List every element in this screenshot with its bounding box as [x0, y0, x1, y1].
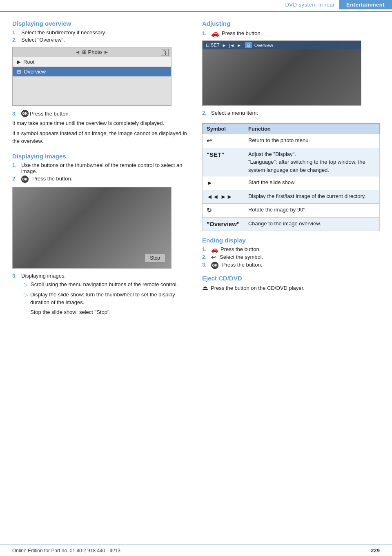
displaying-images-title: Displaying images — [12, 153, 190, 160]
list-item: 1. Use the buttons or the thumbwheel of … — [12, 162, 190, 174]
list-item: 2. Select "Overview". — [12, 37, 190, 43]
step-num: 1. — [202, 246, 209, 253]
file-browser-row-selected[interactable]: ⊞ Overview — [13, 67, 171, 77]
table-cell-function: Adjust the "Display". "Language": after … — [244, 148, 379, 176]
table-row: ↻Rotate the image by 90°. — [203, 204, 380, 218]
nav-arrow-left: ◄ — [75, 49, 80, 55]
stop-button[interactable]: Stop — [145, 254, 165, 262]
step-text: Press the button. — [222, 262, 262, 269]
footer-page: 229 — [371, 547, 380, 554]
table-cell-symbol: "Overview" — [203, 217, 244, 231]
page-footer: Online Edition for Part no. 01 40 2 918 … — [0, 545, 392, 556]
symbol-table: Symbol Function ↩Return to the photo men… — [202, 123, 380, 231]
toolbar-item: ⊡ — [245, 42, 252, 48]
toolbar-item: ► — [222, 43, 226, 48]
table-cell-function: Change to the image overview. — [244, 217, 379, 231]
adjusting-section: Adjusting 1. 🚗 Press the button. ⊟ SET ►… — [202, 20, 380, 116]
step-num: 2. — [202, 254, 209, 260]
table-row: "Overview"Change to the image overview. — [203, 217, 380, 231]
table-cell-symbol: ↩ — [203, 134, 244, 148]
row-icon: ⊞ — [17, 69, 21, 75]
sub-list: ▷ Scroll using the menu navigation butto… — [24, 280, 190, 316]
step3-row: 3. OK Press the button. — [12, 110, 190, 117]
step-num: 2. — [12, 176, 19, 183]
table-cell-function: Start the slide show. — [244, 176, 379, 190]
header-tab: Entertainment — [339, 0, 392, 9]
eject-section: Eject CD/DVD ⏏ Press the button on the C… — [202, 275, 380, 292]
adjusting-step2: 2. Select a menu item: — [202, 110, 380, 116]
row-label: Overview — [24, 69, 46, 75]
eject-text: Press the button on the CD/DVD player. — [211, 285, 305, 291]
step-num: 1. — [202, 30, 209, 36]
sub-bullet: ▷ — [24, 291, 28, 307]
table-cell-symbol: ↻ — [203, 204, 244, 218]
corner-icon: ⇅ — [161, 49, 169, 56]
list-item: 2. OK Press the button. — [12, 176, 190, 183]
ending-display-title: Ending display — [202, 237, 380, 244]
step-num: 1. — [12, 162, 19, 174]
ending-display-steps: 1. 🚗 Press the button. 2. ↩ Select the s… — [202, 246, 380, 269]
return-icon: ↩ — [211, 254, 216, 260]
step-text: Select the symbol. — [220, 254, 263, 260]
step-num: 2. — [12, 37, 19, 43]
toolbar-item: ►| — [237, 43, 243, 48]
ok-icon: OK — [211, 262, 218, 269]
file-browser: ◄ ⊞ Photo ► ⇅ ▶ Root ⊞ Overview — [12, 47, 172, 106]
table-row: ►Start the slide show. — [203, 176, 380, 190]
table-cell-symbol: ► — [203, 176, 244, 190]
step-num: 3. — [202, 262, 209, 269]
step3-images-row: 3. Displaying images: — [12, 273, 190, 279]
page-header: DVD system in rear Entertainment — [0, 0, 392, 12]
sub-text: Scroll using the menu navigation buttons… — [31, 280, 178, 289]
adjusting-image: ⊟ SET ► |◄ ►| ⊡ Overview — [202, 40, 361, 106]
list-item: 1. Select the subdirectory if necessary. — [12, 29, 190, 36]
list-item: 2. ↩ Select the symbol. — [202, 254, 380, 260]
header-section-label: DVD system in rear — [285, 2, 335, 8]
sub-text: Stop the slide show: select "Stop". — [30, 308, 111, 316]
file-icon: ⊞ — [82, 49, 87, 55]
main-content: Displaying overview 1. Select the subdir… — [0, 16, 392, 322]
displaying-overview-steps: 1. Select the subdirectory if necessary.… — [12, 29, 190, 43]
slide-image: Stop — [12, 187, 172, 269]
adjusting-title: Adjusting — [202, 20, 380, 27]
toolbar-item: |◄ — [229, 43, 234, 48]
eject-row: ⏏ Press the button on the CD/DVD player. — [202, 284, 380, 292]
displaying-images-section: Displaying images 1. Use the buttons or … — [12, 153, 190, 316]
step-text: Select the subdirectory if necessary. — [21, 29, 106, 36]
col-symbol: Symbol — [203, 124, 244, 134]
step-text: Press the button. — [220, 246, 261, 253]
displaying-images-steps: 1. Use the buttons or the thumbwheel of … — [12, 162, 190, 183]
sub-bullet: ▷ — [24, 280, 28, 289]
toolbar-item: Overview — [254, 43, 273, 48]
step-text: Select a menu item: — [211, 110, 258, 116]
list-item: 3. OK Press the button. — [202, 262, 380, 269]
list-item: 1. 🚗 Press the button. — [202, 246, 380, 253]
toolbar-item: ⊟ SET — [206, 42, 219, 48]
ok-icon: OK — [21, 110, 29, 117]
step3-num: 3. — [12, 111, 19, 117]
file-browser-empty — [13, 77, 171, 105]
step-num: 2. — [202, 110, 209, 116]
list-item: ▷ Display the slide show: turn the thumb… — [24, 291, 190, 307]
ok-icon: OK — [21, 176, 29, 183]
eject-icon: ⏏ — [202, 284, 208, 292]
table-row: ↩Return to the photo menu. — [203, 134, 380, 148]
body-text-2: If a symbol appears instead of an image,… — [12, 129, 190, 145]
adjusting-step1: 1. 🚗 Press the button. — [202, 29, 380, 37]
col-function: Function — [244, 124, 379, 134]
row-icon: ▶ — [17, 59, 21, 65]
left-column: Displaying overview 1. Select the subdir… — [12, 20, 190, 318]
row-label: Root — [23, 59, 34, 65]
sub-text: Display the slide show: turn the thumbwh… — [30, 291, 190, 307]
table-cell-function: Rotate the image by 90°. — [244, 204, 379, 218]
table-cell-function: Display the first/last image of the curr… — [244, 190, 379, 204]
body-text-1: It may take some time until the overview… — [12, 119, 190, 127]
step3-text: Press the button. — [30, 111, 70, 117]
file-browser-row[interactable]: ▶ Root — [13, 57, 171, 67]
step3-num: 3. — [12, 273, 19, 279]
table-cell-symbol: "SET" — [203, 148, 244, 176]
car-icon: 🚗 — [211, 246, 218, 253]
list-item: ▷ Scroll using the menu navigation butto… — [24, 280, 190, 289]
step-text: Press the button. — [222, 30, 262, 36]
step-text: Use the buttons or the thumbwheel of the… — [21, 162, 190, 174]
